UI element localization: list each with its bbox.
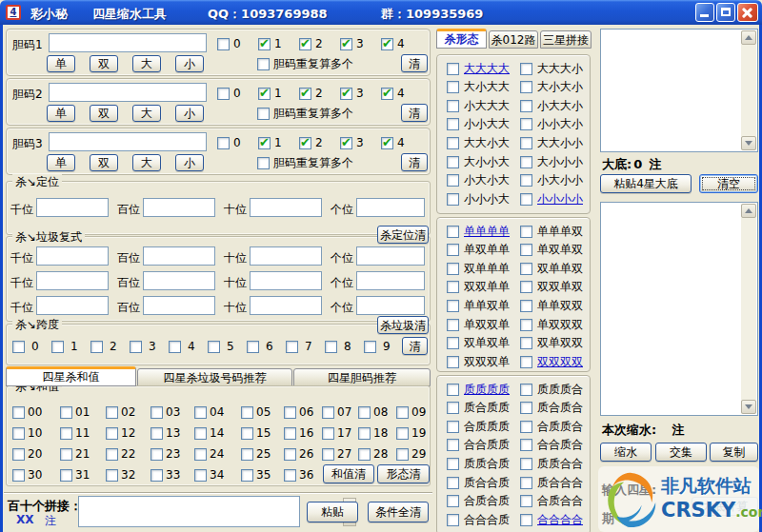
- dan-quick-button[interactable]: 双: [90, 154, 118, 171]
- dan-digit-option-checkbox[interactable]: [299, 137, 311, 149]
- scroll-up-icon[interactable]: [741, 30, 756, 45]
- pattern-option[interactable]: 大大小小: [520, 136, 583, 149]
- pattern-option[interactable]: 质质合合: [520, 457, 583, 470]
- sum-option-checkbox[interactable]: [12, 427, 25, 440]
- sum-option[interactable]: 21: [60, 447, 90, 461]
- dan-digit-option[interactable]: 1: [258, 87, 282, 100]
- dan-quick-button[interactable]: 单: [47, 55, 75, 72]
- dan-digit-option[interactable]: 2: [299, 87, 323, 100]
- pattern-option[interactable]: 双双单单: [447, 281, 510, 294]
- sum-option-checkbox[interactable]: [322, 427, 334, 440]
- intersect-button[interactable]: 交集: [655, 443, 707, 462]
- sum-option[interactable]: 09: [396, 405, 426, 419]
- pool-textarea[interactable]: [600, 29, 758, 152]
- span-option[interactable]: 5: [208, 340, 234, 353]
- span-option-checkbox[interactable]: [169, 341, 181, 353]
- sum-option-checkbox[interactable]: [284, 406, 296, 419]
- dan-repeat-option[interactable]: 胆码重复算多个: [257, 107, 353, 120]
- pattern-option[interactable]: 小小小小: [520, 192, 583, 206]
- dan-quick-button[interactable]: 小: [175, 154, 204, 171]
- clear-all-conditions-button[interactable]: 条件全清: [368, 502, 429, 522]
- pattern-option-checkbox[interactable]: [520, 100, 532, 112]
- span-option-checkbox[interactable]: [364, 341, 376, 353]
- span-option-checkbox[interactable]: [51, 341, 64, 353]
- minimize-button[interactable]: [695, 3, 714, 22]
- pattern-option-checkbox[interactable]: [447, 439, 459, 451]
- sum-option-checkbox[interactable]: [241, 406, 253, 419]
- copy-button[interactable]: 复制: [710, 443, 758, 462]
- sum-option[interactable]: 25: [241, 447, 271, 461]
- sum-option[interactable]: 32: [106, 468, 135, 482]
- pattern-option[interactable]: 单双双双: [520, 318, 583, 331]
- dan-digit-option-checkbox[interactable]: [340, 88, 352, 100]
- pattern-option-checkbox[interactable]: [447, 300, 459, 312]
- sum-option[interactable]: 01: [60, 405, 90, 419]
- pattern-option-checkbox[interactable]: [520, 226, 532, 238]
- pattern-option-checkbox[interactable]: [520, 477, 532, 489]
- sum-option[interactable]: 23: [150, 447, 180, 461]
- position-field-input[interactable]: [356, 271, 425, 290]
- sum-option[interactable]: 33: [150, 468, 180, 482]
- span-option[interactable]: 9: [364, 340, 391, 353]
- dan-quick-button[interactable]: 大: [132, 154, 161, 171]
- pattern-option[interactable]: 单双双单: [447, 318, 510, 331]
- pattern-option-checkbox[interactable]: [520, 402, 532, 414]
- pattern-option[interactable]: 双双双单: [447, 355, 510, 368]
- splice-input[interactable]: [78, 496, 300, 527]
- pattern-option[interactable]: 双双单双: [520, 281, 583, 294]
- span-option-checkbox[interactable]: [208, 341, 220, 353]
- position-field-input[interactable]: [356, 296, 425, 315]
- sum-option[interactable]: 14: [194, 426, 224, 440]
- sum-option-checkbox[interactable]: [150, 469, 163, 482]
- tab-pattern_tabs-2[interactable]: 三星拼接: [540, 30, 592, 49]
- span-option-checkbox[interactable]: [286, 341, 298, 353]
- span-option[interactable]: 8: [325, 340, 351, 353]
- span-option[interactable]: 7: [286, 340, 312, 353]
- sum-option[interactable]: 13: [150, 426, 180, 440]
- sum-option[interactable]: 00: [12, 405, 42, 419]
- dan-digit-option-checkbox[interactable]: [299, 88, 311, 100]
- pattern-option-checkbox[interactable]: [447, 100, 459, 112]
- span-option[interactable]: 4: [169, 340, 195, 353]
- position-field-input[interactable]: [250, 246, 322, 266]
- sum-option[interactable]: 16: [284, 426, 313, 440]
- pool-clear-button[interactable]: 清空: [699, 174, 758, 193]
- close-button[interactable]: [737, 3, 758, 22]
- dan-digit-option-checkbox[interactable]: [299, 38, 311, 50]
- position-field-input[interactable]: [143, 246, 215, 266]
- sum-option-checkbox[interactable]: [396, 406, 409, 419]
- pattern-option-checkbox[interactable]: [447, 514, 459, 526]
- pattern-option-checkbox[interactable]: [447, 421, 459, 433]
- pattern-option-checkbox[interactable]: [520, 439, 532, 451]
- pattern-option-checkbox[interactable]: [447, 356, 459, 368]
- paste-4star-pool-button[interactable]: 粘贴4星大底: [600, 174, 692, 193]
- sum-option-checkbox[interactable]: [60, 448, 72, 461]
- sum-option-checkbox[interactable]: [358, 427, 371, 440]
- sum-option-checkbox[interactable]: [194, 427, 207, 440]
- sum-option-checkbox[interactable]: [106, 427, 118, 440]
- pattern-option[interactable]: 单单双单: [447, 299, 510, 312]
- sum-option-checkbox[interactable]: [358, 406, 371, 419]
- position-field-input[interactable]: [356, 246, 425, 266]
- dan-repeat-option[interactable]: 胆码重复算多个: [257, 156, 353, 169]
- pattern-option-checkbox[interactable]: [520, 81, 532, 93]
- sum-option-checkbox[interactable]: [284, 469, 296, 482]
- tab-lower_tabs-1[interactable]: 四星杀垃圾号码推荐: [137, 368, 292, 386]
- pattern-option[interactable]: 大小大大: [447, 81, 510, 94]
- sum-option[interactable]: 17: [322, 426, 351, 440]
- pattern-option[interactable]: 质合合质: [447, 476, 510, 489]
- pattern-option[interactable]: 单双单双: [520, 244, 583, 257]
- sum-option-checkbox[interactable]: [106, 406, 118, 419]
- dan-digit-option[interactable]: 4: [381, 136, 405, 149]
- sum-option[interactable]: 02: [106, 405, 135, 419]
- pattern-option-checkbox[interactable]: [447, 226, 459, 238]
- pattern-option-checkbox[interactable]: [447, 81, 459, 93]
- shrink-button[interactable]: 缩水: [600, 443, 652, 462]
- sum-option-checkbox[interactable]: [396, 427, 409, 440]
- position-field-input[interactable]: [143, 296, 215, 315]
- pattern-option-checkbox[interactable]: [520, 118, 532, 130]
- pattern-option-checkbox[interactable]: [447, 319, 459, 331]
- pattern-option[interactable]: 单双单单: [447, 244, 510, 257]
- position-field-input[interactable]: [36, 271, 109, 290]
- kill-span-clear-button[interactable]: 清: [402, 337, 428, 355]
